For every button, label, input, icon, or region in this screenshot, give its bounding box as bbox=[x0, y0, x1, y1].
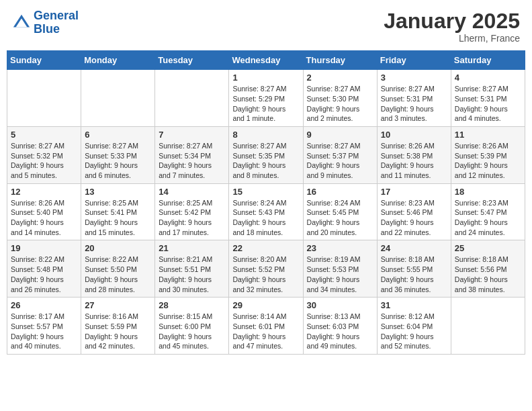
calendar-cell: 25Sunrise: 8:18 AMSunset: 5:56 PMDayligh… bbox=[451, 240, 525, 298]
sunset-text: Sunset: 5:50 PM bbox=[85, 265, 137, 273]
sunrise-text: Sunrise: 8:27 AM bbox=[307, 142, 361, 150]
calendar-cell bbox=[155, 70, 229, 127]
sunrise-text: Sunrise: 8:21 AM bbox=[159, 255, 212, 263]
cell-content: Sunrise: 8:23 AMSunset: 5:46 PMDaylight:… bbox=[381, 198, 447, 238]
sunset-text: Sunset: 5:48 PM bbox=[11, 265, 63, 273]
day-number: 24 bbox=[381, 243, 447, 253]
daylight-text: Daylight: 9 hours and 3 minutes. bbox=[381, 105, 434, 123]
day-number: 2 bbox=[307, 73, 373, 83]
sunset-text: Sunset: 5:51 PM bbox=[159, 265, 211, 273]
sunrise-text: Sunrise: 8:27 AM bbox=[159, 142, 212, 150]
cell-content: Sunrise: 8:24 AMSunset: 5:45 PMDaylight:… bbox=[307, 198, 373, 238]
day-number: 30 bbox=[307, 300, 373, 310]
daylight-text: Daylight: 9 hours and 32 minutes. bbox=[232, 275, 285, 293]
sunrise-text: Sunrise: 8:18 AM bbox=[381, 255, 435, 263]
cell-content: Sunrise: 8:21 AMSunset: 5:51 PMDaylight:… bbox=[159, 255, 225, 294]
sunset-text: Sunset: 5:43 PM bbox=[232, 208, 285, 216]
logo-text: General Blue bbox=[34, 9, 79, 36]
calendar-cell: 28Sunrise: 8:15 AMSunset: 6:00 PMDayligh… bbox=[155, 298, 229, 355]
daylight-text: Daylight: 9 hours and 42 minutes. bbox=[85, 332, 138, 351]
cell-content: Sunrise: 8:19 AMSunset: 5:53 PMDaylight:… bbox=[307, 255, 373, 294]
sunset-text: Sunset: 5:53 PM bbox=[307, 265, 359, 273]
sunset-text: Sunset: 5:45 PM bbox=[307, 208, 359, 216]
sunrise-text: Sunrise: 8:22 AM bbox=[11, 255, 64, 263]
day-number: 27 bbox=[85, 300, 151, 310]
cell-content: Sunrise: 8:25 AMSunset: 5:42 PMDaylight:… bbox=[159, 198, 225, 238]
sunrise-text: Sunrise: 8:23 AM bbox=[381, 199, 435, 207]
cell-content: Sunrise: 8:24 AMSunset: 5:43 PMDaylight:… bbox=[232, 198, 299, 238]
sunset-text: Sunset: 5:47 PM bbox=[455, 208, 507, 216]
calendar-cell: 11Sunrise: 8:26 AMSunset: 5:39 PMDayligh… bbox=[451, 126, 525, 183]
sunset-text: Sunset: 5:30 PM bbox=[307, 95, 359, 103]
calendar-cell: 2Sunrise: 8:27 AMSunset: 5:30 PMDaylight… bbox=[303, 70, 377, 127]
sunset-text: Sunset: 5:46 PM bbox=[381, 208, 433, 216]
sunset-text: Sunset: 5:40 PM bbox=[11, 208, 63, 216]
calendar-week-4: 19Sunrise: 8:22 AMSunset: 5:48 PMDayligh… bbox=[7, 240, 525, 298]
cell-content: Sunrise: 8:20 AMSunset: 5:52 PMDaylight:… bbox=[232, 255, 299, 294]
calendar-cell: 9Sunrise: 8:27 AMSunset: 5:37 PMDaylight… bbox=[303, 126, 377, 183]
sunset-text: Sunset: 5:55 PM bbox=[381, 265, 433, 273]
sunrise-text: Sunrise: 8:26 AM bbox=[381, 142, 435, 150]
sunset-text: Sunset: 6:04 PM bbox=[381, 322, 433, 330]
page-header: General Blue January 2025 Lherm, France bbox=[7, 7, 525, 46]
day-number: 14 bbox=[159, 187, 225, 197]
daylight-text: Daylight: 9 hours and 5 minutes. bbox=[11, 161, 64, 179]
daylight-text: Daylight: 9 hours and 30 minutes. bbox=[159, 275, 212, 293]
calendar-cell: 23Sunrise: 8:19 AMSunset: 5:53 PMDayligh… bbox=[303, 240, 377, 298]
calendar-week-1: 1Sunrise: 8:27 AMSunset: 5:29 PMDaylight… bbox=[7, 70, 525, 127]
daylight-text: Daylight: 9 hours and 1 minute. bbox=[232, 105, 285, 123]
sunset-text: Sunset: 5:57 PM bbox=[11, 322, 63, 330]
sunrise-text: Sunrise: 8:23 AM bbox=[455, 199, 508, 207]
day-number: 15 bbox=[232, 187, 299, 197]
sunset-text: Sunset: 5:31 PM bbox=[381, 95, 433, 103]
calendar-cell: 14Sunrise: 8:25 AMSunset: 5:42 PMDayligh… bbox=[155, 183, 229, 240]
calendar-cell: 15Sunrise: 8:24 AMSunset: 5:43 PMDayligh… bbox=[229, 183, 303, 240]
logo-icon bbox=[12, 13, 31, 32]
calendar-table: SundayMondayTuesdayWednesdayThursdayFrid… bbox=[7, 50, 525, 355]
day-number: 12 bbox=[11, 187, 77, 197]
calendar-cell: 30Sunrise: 8:13 AMSunset: 6:03 PMDayligh… bbox=[303, 298, 377, 355]
calendar-cell: 20Sunrise: 8:22 AMSunset: 5:50 PMDayligh… bbox=[81, 240, 155, 298]
calendar-cell: 21Sunrise: 8:21 AMSunset: 5:51 PMDayligh… bbox=[155, 240, 229, 298]
cell-content: Sunrise: 8:27 AMSunset: 5:29 PMDaylight:… bbox=[232, 84, 299, 124]
sunrise-text: Sunrise: 8:14 AM bbox=[232, 312, 286, 320]
sunset-text: Sunset: 5:56 PM bbox=[455, 265, 507, 273]
day-number: 18 bbox=[455, 187, 521, 197]
sunrise-text: Sunrise: 8:20 AM bbox=[232, 255, 286, 263]
sunrise-text: Sunrise: 8:12 AM bbox=[381, 312, 435, 320]
daylight-text: Daylight: 9 hours and 11 minutes. bbox=[381, 161, 434, 179]
cell-content: Sunrise: 8:26 AMSunset: 5:39 PMDaylight:… bbox=[455, 141, 521, 181]
sunset-text: Sunset: 6:00 PM bbox=[159, 322, 211, 330]
day-number: 26 bbox=[11, 300, 77, 310]
day-number: 9 bbox=[307, 130, 373, 140]
weekday-header-sunday: Sunday bbox=[7, 51, 81, 70]
sunrise-text: Sunrise: 8:19 AM bbox=[307, 255, 361, 263]
sunrise-text: Sunrise: 8:15 AM bbox=[159, 312, 212, 320]
day-number: 23 bbox=[307, 243, 373, 253]
sunrise-text: Sunrise: 8:27 AM bbox=[232, 85, 286, 93]
day-number: 11 bbox=[455, 130, 521, 140]
location: Lherm, France bbox=[384, 33, 520, 44]
day-number: 21 bbox=[159, 243, 225, 253]
weekday-header-row: SundayMondayTuesdayWednesdayThursdayFrid… bbox=[7, 51, 525, 70]
day-number: 1 bbox=[232, 73, 299, 83]
daylight-text: Daylight: 9 hours and 34 minutes. bbox=[307, 275, 360, 293]
cell-content: Sunrise: 8:27 AMSunset: 5:31 PMDaylight:… bbox=[455, 84, 521, 124]
sunrise-text: Sunrise: 8:22 AM bbox=[85, 255, 138, 263]
sunrise-text: Sunrise: 8:16 AM bbox=[85, 312, 138, 320]
calendar-cell: 31Sunrise: 8:12 AMSunset: 6:04 PMDayligh… bbox=[377, 298, 451, 355]
daylight-text: Daylight: 9 hours and 7 minutes. bbox=[159, 161, 212, 179]
sunrise-text: Sunrise: 8:24 AM bbox=[232, 199, 286, 207]
sunset-text: Sunset: 5:29 PM bbox=[232, 95, 285, 103]
calendar-cell: 17Sunrise: 8:23 AMSunset: 5:46 PMDayligh… bbox=[377, 183, 451, 240]
sunrise-text: Sunrise: 8:17 AM bbox=[11, 312, 64, 320]
day-number: 20 bbox=[85, 243, 151, 253]
calendar-cell: 19Sunrise: 8:22 AMSunset: 5:48 PMDayligh… bbox=[7, 240, 81, 298]
sunset-text: Sunset: 5:59 PM bbox=[85, 322, 137, 330]
sunset-text: Sunset: 6:03 PM bbox=[307, 322, 359, 330]
day-number: 16 bbox=[307, 187, 373, 197]
calendar-cell bbox=[7, 70, 81, 127]
daylight-text: Daylight: 9 hours and 4 minutes. bbox=[455, 105, 508, 123]
cell-content: Sunrise: 8:18 AMSunset: 5:56 PMDaylight:… bbox=[455, 255, 521, 294]
daylight-text: Daylight: 9 hours and 49 minutes. bbox=[307, 332, 360, 351]
